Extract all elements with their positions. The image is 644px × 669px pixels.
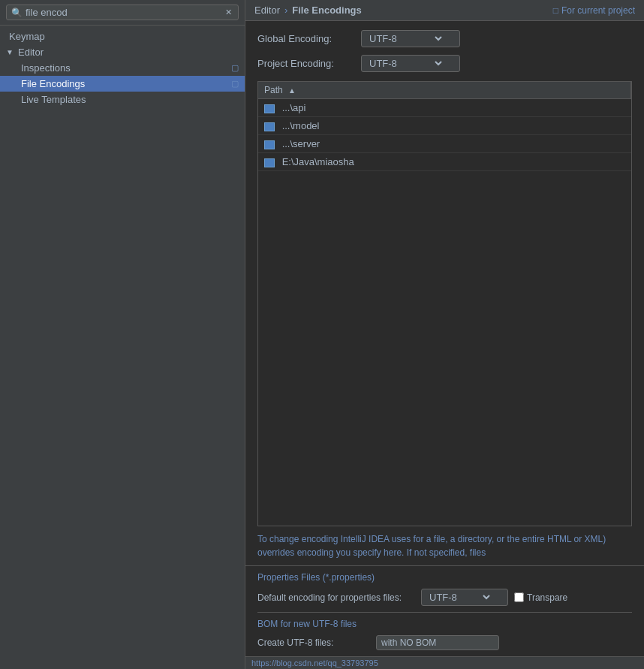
expand-arrow-icon: ▼: [6, 48, 15, 57]
search-box[interactable]: 🔍 ✕: [6, 5, 239, 20]
table-row[interactable]: E:\Java\miaosha: [258, 153, 631, 171]
breadcrumb-editor: Editor: [254, 5, 280, 16]
breadcrumb: Editor › File Encodings □ For current pr…: [245, 0, 644, 21]
info-text: To change encoding IntelliJ IDEA uses fo…: [245, 526, 644, 565]
file-table: Path ▲ ...\api: [258, 82, 631, 171]
breadcrumb-separator: ›: [284, 5, 287, 16]
sidebar-tree: Keymap ▼ Editor Inspections ▢ File Encod…: [0, 26, 245, 669]
table-cell-path: ...\server: [258, 135, 631, 153]
search-clear-icon[interactable]: ✕: [224, 8, 233, 17]
folder-icon: [264, 122, 275, 131]
sidebar-item-inspections[interactable]: Inspections ▢: [0, 60, 245, 76]
bom-create-input[interactable]: [376, 635, 499, 650]
search-wrapper: 🔍 ✕: [0, 0, 245, 26]
content-area: Editor › File Encodings □ For current pr…: [245, 0, 644, 669]
breadcrumb-current: File Encodings: [292, 5, 361, 16]
global-encoding-row: Global Encoding: UTF-8 ISO-8859-1 window…: [257, 30, 632, 47]
table-row[interactable]: ...\api: [258, 99, 631, 117]
sidebar-item-keymap[interactable]: Keymap: [0, 29, 245, 44]
sidebar-item-live-templates[interactable]: Live Templates: [0, 92, 245, 107]
settings-panel: Global Encoding: UTF-8 ISO-8859-1 window…: [245, 21, 644, 81]
bom-row: Create UTF-8 files:: [257, 635, 632, 650]
table-cell-path: ...\api: [258, 99, 631, 117]
table-row[interactable]: ...\server: [258, 135, 631, 153]
path-column-header[interactable]: Path ▲: [258, 82, 631, 99]
sort-arrow-icon: ▲: [288, 86, 296, 95]
table-row[interactable]: ...\model: [258, 117, 631, 135]
project-encoding-label: Project Encoding:: [257, 58, 355, 69]
folder-icon: [264, 104, 275, 113]
properties-section-title: Properties Files (*.properties): [257, 572, 632, 583]
bom-section-title: BOM for new UTF-8 files: [257, 619, 632, 629]
global-encoding-label: Global Encoding:: [257, 33, 355, 44]
file-table-wrapper: Path ▲ ...\api: [257, 81, 632, 526]
search-input[interactable]: [26, 7, 224, 18]
table-header-row: Path ▲: [258, 82, 631, 99]
table-cell-path: ...\model: [258, 117, 631, 135]
for-current-project-button[interactable]: □ For current project: [553, 5, 635, 16]
project-encoding-row: Project Encoding: UTF-8 ISO-8859-1 windo…: [257, 55, 632, 72]
bom-section: BOM for new UTF-8 files Create UTF-8 fil…: [257, 612, 632, 650]
sidebar-item-editor[interactable]: ▼ Editor: [0, 44, 245, 60]
project-encoding-option[interactable]: UTF-8 ISO-8859-1 windows-1252: [366, 57, 444, 70]
properties-encoding-row: Default encoding for properties files: U…: [257, 589, 632, 606]
transparent-label: Transpare: [527, 592, 567, 603]
table-cell-path: E:\Java\miaosha: [258, 153, 631, 171]
properties-encoding-select[interactable]: UTF-8 ISO-8859-1: [421, 589, 508, 606]
bom-create-label: Create UTF-8 files:: [257, 637, 370, 648]
status-bar: https://blog.csdn.net/qq_33793795: [245, 656, 644, 669]
properties-encoding-option[interactable]: UTF-8 ISO-8859-1: [426, 591, 492, 604]
project-encoding-select[interactable]: UTF-8 ISO-8859-1 windows-1252: [361, 55, 460, 72]
global-encoding-option[interactable]: UTF-8 ISO-8859-1 windows-1252: [366, 32, 444, 45]
sidebar-item-file-encodings[interactable]: File Encodings ▢: [0, 76, 245, 92]
properties-encoding-label: Default encoding for properties files:: [257, 592, 415, 603]
search-icon: 🔍: [11, 8, 23, 18]
folder-icon: [264, 140, 275, 149]
transparent-checkbox[interactable]: [514, 592, 524, 602]
properties-section: Properties Files (*.properties) Default …: [245, 565, 644, 656]
folder-icon: [264, 158, 275, 167]
transparent-checkbox-wrapper: Transpare: [514, 592, 567, 603]
global-encoding-select[interactable]: UTF-8 ISO-8859-1 windows-1252: [361, 30, 460, 47]
main-layout: 🔍 ✕ Keymap ▼ Editor Inspections ▢ Fi: [0, 0, 644, 669]
sidebar: 🔍 ✕ Keymap ▼ Editor Inspections ▢ Fi: [0, 0, 245, 669]
